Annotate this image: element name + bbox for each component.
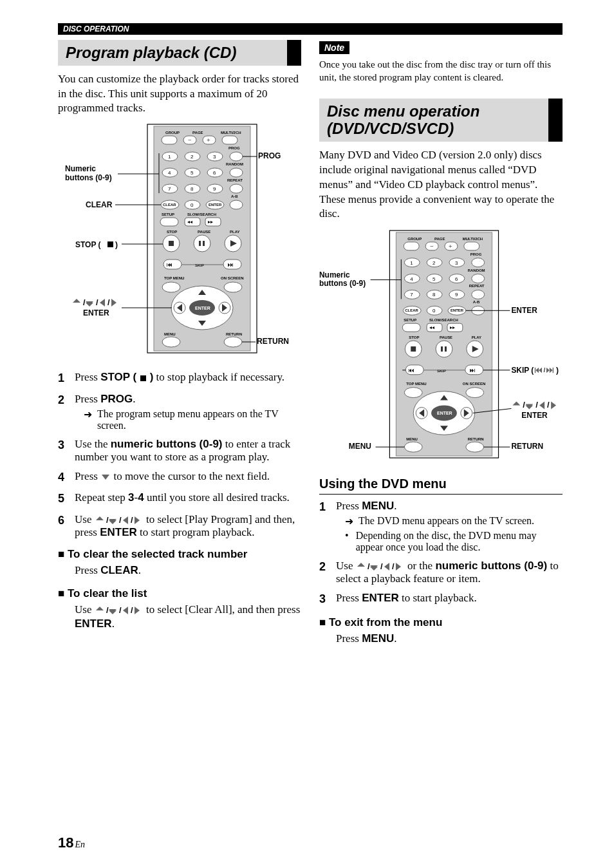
svg-text:ENTER: ENTER xyxy=(195,306,210,310)
svg-text:⏮: ⏮ xyxy=(167,261,172,268)
svg-text:+: + xyxy=(207,137,210,144)
svg-text:9: 9 xyxy=(455,292,458,298)
svg-text:ENTER: ENTER xyxy=(437,411,452,416)
svg-text:): ) xyxy=(556,366,559,375)
svg-point-149 xyxy=(472,274,485,283)
svg-text:PLAY: PLAY xyxy=(230,230,239,234)
svg-text:SKIP: SKIP xyxy=(195,263,204,267)
svg-text:CLEAR: CLEAR xyxy=(405,309,418,313)
svg-text:ENTER: ENTER xyxy=(521,411,548,420)
svg-text:GROUP: GROUP xyxy=(407,237,422,241)
left-step-1: Press STOP ( ) to stop playback if neces… xyxy=(58,371,301,386)
svg-text:REPEAT: REPEAT xyxy=(469,285,485,288)
clear-track-head: ■ To clear the selected track number xyxy=(58,548,301,561)
svg-text:RETURN: RETURN xyxy=(257,337,289,346)
svg-text:7: 7 xyxy=(168,186,171,192)
svg-point-95 xyxy=(224,282,242,292)
right-step-2: Use or the numeric buttons (0-9) to sele… xyxy=(319,560,563,585)
svg-point-205 xyxy=(404,442,422,453)
svg-text:SKIP: SKIP xyxy=(437,369,446,373)
remote-diagram-right: GROUP PAGE MULTI/2CH − + 1 2 3 PROG 4 5 … xyxy=(319,227,563,465)
exit-menu-head: ■ To exit from the menu xyxy=(319,616,563,629)
svg-rect-181 xyxy=(445,346,447,352)
svg-point-59 xyxy=(230,184,243,193)
svg-text:Numeric: Numeric xyxy=(65,164,96,173)
section-title-right: Disc menu operation (DVD/VCD/SVCD) xyxy=(327,102,541,138)
svg-text:5: 5 xyxy=(191,170,194,176)
svg-text:◂◂: ◂◂ xyxy=(187,219,192,225)
svg-text:A-B: A-B xyxy=(473,301,480,305)
left-intro: You can customize the playback order for… xyxy=(58,72,301,117)
svg-text:SLOW/SEARCH: SLOW/SEARCH xyxy=(429,319,458,323)
svg-text:PAGE: PAGE xyxy=(192,131,203,135)
svg-text:0: 0 xyxy=(191,202,194,208)
svg-text:MULTI/2CH: MULTI/2CH xyxy=(463,237,483,241)
svg-text:PROG: PROG xyxy=(228,146,240,150)
svg-rect-83 xyxy=(203,241,205,246)
svg-text:2: 2 xyxy=(433,260,436,266)
svg-text:7: 7 xyxy=(410,292,413,298)
right-intro: Many DVD and Video CD (version 2.0 only)… xyxy=(319,148,563,222)
svg-text:PLAY: PLAY xyxy=(472,335,481,339)
svg-text:◂◂: ◂◂ xyxy=(429,325,434,331)
svg-text:SETUP: SETUP xyxy=(162,212,174,216)
svg-text:CLEAR: CLEAR xyxy=(163,203,176,207)
svg-point-192 xyxy=(404,388,422,398)
svg-point-51 xyxy=(230,168,243,177)
svg-point-81 xyxy=(194,235,210,252)
remote-diagram-left: GROUP PAGE MULTI/2CH − + 1 2 3 PROG 4 5 … xyxy=(58,121,301,359)
section-title-bar-right: Disc menu operation (DVD/VCD/SVCD) xyxy=(319,99,563,142)
svg-text:SETUP: SETUP xyxy=(404,319,416,323)
svg-point-206 xyxy=(466,442,484,453)
svg-text:5: 5 xyxy=(433,276,436,282)
svg-text:4: 4 xyxy=(168,170,171,176)
svg-text:RETURN: RETURN xyxy=(511,442,543,451)
left-step-4: Press to move the cursor to the next fie… xyxy=(58,470,301,485)
svg-text:8: 8 xyxy=(433,292,436,298)
svg-text:▸▸: ▸▸ xyxy=(208,219,213,225)
svg-text:0: 0 xyxy=(433,308,436,314)
svg-rect-180 xyxy=(441,346,443,352)
svg-text:2: 2 xyxy=(191,154,194,160)
svg-text:PAGE: PAGE xyxy=(434,237,445,241)
svg-text:MENU: MENU xyxy=(406,438,418,442)
right-steps: Press MENU. ➜The DVD menu appears on the… xyxy=(319,500,563,607)
svg-rect-178 xyxy=(411,346,416,352)
svg-point-107 xyxy=(162,337,180,347)
svg-text:RETURN: RETURN xyxy=(468,438,484,442)
svg-rect-71 xyxy=(160,218,178,226)
svg-text:−: − xyxy=(188,137,192,144)
svg-text:MENU: MENU xyxy=(164,332,176,336)
svg-text:SKIP (: SKIP ( xyxy=(511,366,534,375)
section-title-left: Program playback (CD) xyxy=(66,44,279,62)
right-step-1: Press MENU. ➜The DVD menu appears on the… xyxy=(319,500,563,553)
left-column: Program playback (CD) You can customize … xyxy=(58,40,301,653)
svg-text:ENTER: ENTER xyxy=(451,309,464,313)
svg-text:ENTER: ENTER xyxy=(511,307,537,316)
svg-text:buttons (0-9): buttons (0-9) xyxy=(319,279,366,288)
section-title-bar-left: Program playback (CD) xyxy=(58,40,301,66)
svg-text:ON SCREEN: ON SCREEN xyxy=(463,382,485,386)
svg-text:1: 1 xyxy=(410,260,413,266)
right-step-3: Press ENTER to start playback. xyxy=(319,592,563,607)
svg-text:ENTER: ENTER xyxy=(209,203,222,207)
svg-rect-169 xyxy=(402,324,420,332)
left-step-3: Use the numeric buttons (0-9) to enter a… xyxy=(58,438,301,464)
svg-point-67 xyxy=(230,200,243,209)
svg-text:STOP: STOP xyxy=(167,230,177,234)
subsection-title: Using the DVD menu xyxy=(319,476,563,495)
svg-rect-31 xyxy=(162,136,177,144)
svg-text:TOP MENU: TOP MENU xyxy=(164,276,184,280)
svg-text:9: 9 xyxy=(213,186,216,192)
svg-point-108 xyxy=(224,337,242,347)
left-step-6: Use to select [Play Program] and then, p… xyxy=(58,513,301,539)
svg-text:1: 1 xyxy=(168,154,171,160)
svg-text:REPEAT: REPEAT xyxy=(227,178,243,182)
svg-text:3: 3 xyxy=(455,260,458,266)
svg-text:CLEAR: CLEAR xyxy=(86,200,113,209)
clear-track-body: Press CLEAR. xyxy=(75,563,301,578)
note-tag: Note xyxy=(319,41,349,54)
svg-text:4: 4 xyxy=(410,276,413,282)
svg-text:ON SCREEN: ON SCREEN xyxy=(221,276,244,280)
clear-list-head: ■ To clear the list xyxy=(58,587,301,600)
